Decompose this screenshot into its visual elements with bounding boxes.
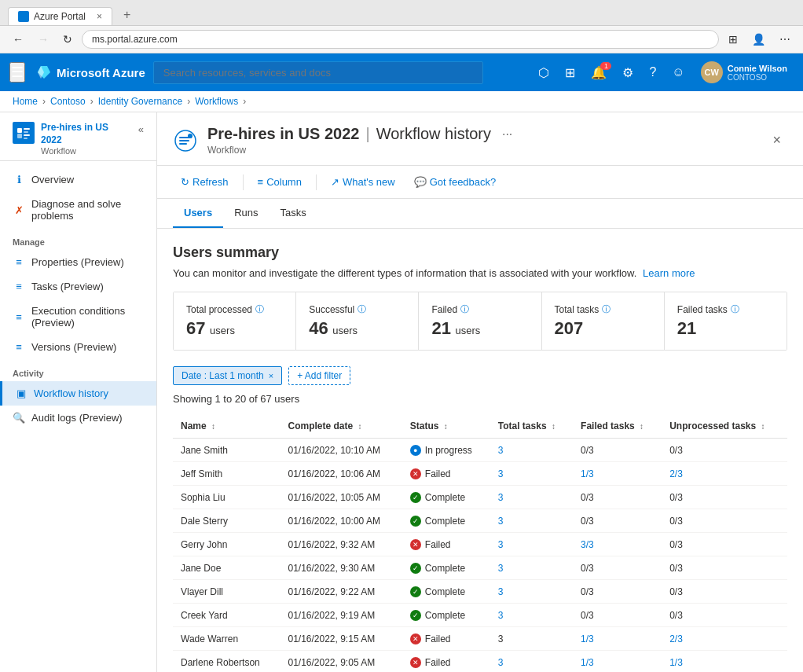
url-bar[interactable]: ms.portal.azure.com [82, 30, 719, 49]
total-tasks-link[interactable]: 3 [498, 445, 504, 456]
refresh-btn[interactable]: ↻ [58, 31, 77, 47]
cell-failed-tasks[interactable]: 1/3 [573, 627, 662, 651]
sidebar-collapse-btn[interactable]: « [138, 123, 144, 135]
page-close-btn[interactable]: × [766, 129, 787, 152]
extensions-btn[interactable]: ⊞ [724, 31, 742, 47]
add-filter-btn[interactable]: + Add filter [288, 366, 350, 385]
total-tasks-link[interactable]: 3 [498, 563, 504, 574]
cell-failed-tasks[interactable]: 1/3 [573, 462, 662, 486]
cell-total-tasks[interactable]: 3 [490, 580, 573, 604]
back-btn[interactable]: ← [8, 31, 28, 47]
sidebar-item-overview[interactable]: ℹ Overview [0, 167, 156, 192]
cell-total-tasks[interactable]: 3 [490, 604, 573, 627]
card-label: Total processed ⓘ [186, 303, 283, 315]
menu-btn[interactable]: ⋯ [775, 31, 795, 47]
portal-settings-btn[interactable]: ⊞ [559, 61, 581, 85]
total-tasks-link[interactable]: 3 [498, 539, 504, 550]
sidebar-item-tasks[interactable]: ≡ Tasks (Preview) [0, 274, 156, 299]
table-row: Dale Sterry01/16/2022, 10:00 AM✓Complete… [173, 509, 787, 533]
card-label-text: Failed tasks [677, 304, 728, 315]
card-value-row: 21 users [431, 318, 528, 339]
table-row: Vlayer Dill01/16/2022, 9:22 AM✓Complete3… [173, 580, 787, 604]
tab-users[interactable]: Users [173, 199, 223, 228]
breadcrumb-home[interactable]: Home [13, 96, 38, 107]
tab-runs[interactable]: Runs [223, 199, 269, 228]
cell-total-tasks[interactable]: 3 [490, 556, 573, 580]
user-profile[interactable]: CW Connie Wilson CONTOSO [695, 58, 794, 86]
unprocessed-tasks-link[interactable]: 2/3 [669, 633, 683, 644]
total-tasks-link[interactable]: 3 [498, 610, 504, 621]
user-avatar: CW [701, 61, 723, 83]
sidebar-item-audit-logs[interactable]: 🔍 Audit logs (Preview) [0, 406, 156, 430]
cell-failed-tasks[interactable]: 1/3 [573, 651, 662, 673]
info-icon-1[interactable]: ⓘ [255, 303, 264, 315]
col-unprocessed-tasks[interactable]: Unprocessed tasks ↕ [662, 414, 787, 439]
col-complete-date[interactable]: Complete date ↕ [280, 414, 402, 439]
cell-unprocessed-tasks[interactable]: 2/3 [662, 462, 787, 486]
cell-total-tasks[interactable]: 3 [490, 533, 573, 556]
col-name[interactable]: Name ↕ [173, 414, 280, 439]
tab-tasks[interactable]: Tasks [270, 199, 317, 228]
info-icon-4[interactable]: ⓘ [602, 303, 610, 315]
column-btn[interactable]: ≡ Column [250, 172, 310, 192]
sidebar-item-versions[interactable]: ≡ Versions (Preview) [0, 335, 156, 359]
cell-unprocessed-tasks[interactable]: 1/3 [662, 651, 787, 673]
cell-total-tasks[interactable]: 3 [490, 486, 573, 509]
refresh-btn[interactable]: ↻ Refresh [173, 172, 236, 192]
sidebar-item-workflow-history[interactable]: ▣ Workflow history [0, 381, 156, 406]
unprocessed-tasks-link[interactable]: 1/3 [669, 657, 683, 668]
learn-more-link[interactable]: Learn more [643, 267, 695, 279]
total-tasks-link[interactable]: 3 [498, 586, 504, 597]
info-icon-5[interactable]: ⓘ [731, 303, 739, 315]
breadcrumb-workflows[interactable]: Workflows [195, 96, 238, 107]
cell-total-tasks[interactable]: 3 [490, 462, 573, 486]
sidebar-item-diagnose[interactable]: ✗ Diagnose and solve problems [0, 192, 156, 228]
breadcrumb-contoso[interactable]: Contoso [50, 96, 86, 107]
cell-total-tasks[interactable]: 3 [490, 509, 573, 533]
browser-tab[interactable]: Azure Portal × [8, 7, 112, 25]
failed-tasks-link[interactable]: 3/3 [581, 539, 594, 550]
audit-logs-icon: 🔍 [13, 412, 25, 424]
total-tasks-link[interactable]: 3 [498, 516, 504, 527]
date-filter-tag[interactable]: Date : Last 1 month × [173, 366, 282, 385]
unprocessed-tasks-link[interactable]: 2/3 [669, 468, 683, 479]
failed-tasks-link[interactable]: 1/3 [581, 633, 594, 644]
info-icon-3[interactable]: ⓘ [460, 303, 469, 315]
hamburger-menu[interactable]: ☰ [9, 62, 25, 83]
breadcrumb-identity-governance[interactable]: Identity Governance [98, 96, 182, 107]
total-tasks-link[interactable]: 3 [498, 657, 504, 668]
info-icon-2[interactable]: ⓘ [358, 303, 366, 315]
tab-close[interactable]: × [97, 11, 102, 22]
whats-new-btn[interactable]: ↗ What's new [323, 172, 403, 192]
cell-failed-tasks[interactable]: 3/3 [573, 533, 662, 556]
total-tasks-link[interactable]: 3 [498, 492, 504, 503]
filter-tag-close[interactable]: × [269, 371, 273, 380]
azure-search-input[interactable] [153, 61, 483, 84]
cell-date: 01/16/2022, 10:00 AM [280, 509, 402, 533]
cell-unprocessed-tasks[interactable]: 2/3 [662, 627, 787, 651]
new-tab-btn[interactable]: + [116, 5, 138, 25]
card-total-processed: Total processed ⓘ 67 users [174, 292, 296, 350]
sidebar-item-execution[interactable]: ≡ Execution conditions (Preview) [0, 299, 156, 335]
col-status[interactable]: Status ↕ [402, 414, 490, 439]
sidebar-item-properties[interactable]: ≡ Properties (Preview) [0, 250, 156, 274]
total-tasks-link[interactable]: 3 [498, 468, 504, 479]
settings-btn[interactable]: ⚙ [616, 61, 640, 85]
help-btn[interactable]: ? [643, 61, 662, 84]
feedback-btn[interactable]: ☺ [666, 61, 691, 84]
failed-tasks-link[interactable]: 1/3 [581, 657, 594, 668]
feedback-toolbar-btn[interactable]: 💬 Got feedback? [406, 172, 504, 192]
cell-total-tasks[interactable]: 3 [490, 651, 573, 673]
failed-tasks-link[interactable]: 1/3 [581, 468, 594, 479]
cloud-shell-btn[interactable]: ⬡ [532, 61, 556, 85]
card-label-text: Total tasks [555, 304, 600, 315]
col-total-tasks[interactable]: Total tasks ↕ [490, 414, 573, 439]
card-label-text: Total processed [186, 304, 252, 315]
forward-btn[interactable]: → [33, 31, 53, 47]
page-more-btn[interactable]: ··· [497, 126, 517, 143]
col-failed-tasks[interactable]: Failed tasks ↕ [573, 414, 662, 439]
profile-btn[interactable]: 👤 [747, 31, 770, 47]
notifications-btn[interactable]: 🔔 1 [585, 61, 613, 85]
cell-total-tasks[interactable]: 3 [490, 439, 573, 462]
cell-date: 01/16/2022, 10:06 AM [280, 462, 402, 486]
